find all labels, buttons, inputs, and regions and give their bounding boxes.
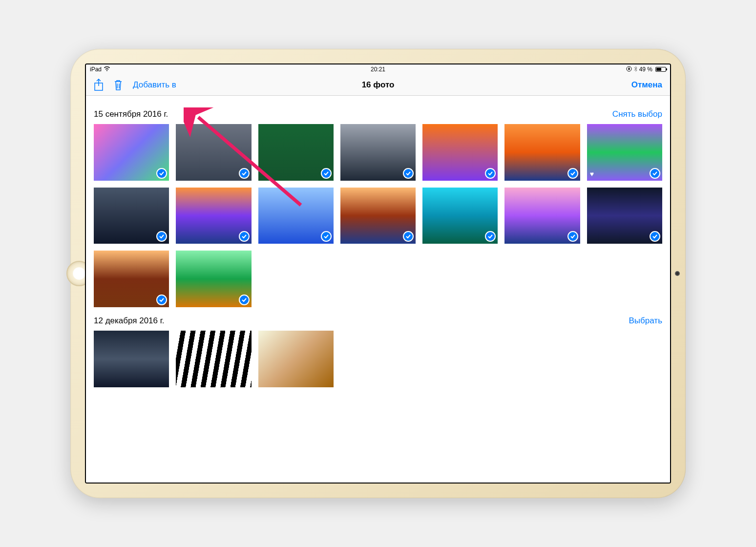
bluetooth-icon [634, 66, 637, 73]
section-header: 12 декабря 2016 г.Выбрать [94, 307, 662, 331]
selected-checkmark-icon [156, 168, 167, 179]
photo-thumbnail[interactable] [176, 331, 251, 387]
selected-checkmark-icon [239, 231, 250, 242]
selected-checkmark-icon [650, 168, 660, 179]
photo-thumbnail[interactable] [587, 188, 662, 244]
photo-thumbnail[interactable] [504, 188, 580, 244]
selected-checkmark-icon [650, 231, 660, 242]
section-header: 15 сентября 2016 г.Снять выбор [94, 101, 662, 124]
photo-thumbnail[interactable] [258, 124, 334, 181]
photo-thumbnail[interactable] [94, 331, 169, 387]
device-label: iPad [90, 66, 102, 73]
selected-checkmark-icon [403, 168, 414, 179]
photo-grid [94, 331, 662, 387]
photo-thumbnail[interactable] [176, 251, 251, 307]
photo-thumbnail[interactable] [176, 124, 251, 181]
select-all-button[interactable]: Выбрать [629, 316, 662, 326]
camera-dot [675, 271, 680, 276]
cancel-button[interactable]: Отмена [631, 80, 662, 90]
photo-thumbnail[interactable] [422, 124, 498, 181]
screen: iPad 20:21 49 % [85, 63, 671, 484]
photo-thumbnail[interactable]: ♥ [587, 124, 662, 181]
photo-thumbnail[interactable] [504, 124, 580, 181]
section-date-title: 12 декабря 2016 г. [94, 316, 165, 326]
battery-percent: 49 % [639, 66, 652, 73]
navigation-bar: Добавить в 16 фото Отмена [86, 74, 670, 96]
photo-thumbnail[interactable] [94, 124, 169, 181]
photo-thumbnail[interactable] [94, 188, 169, 244]
photo-thumbnail[interactable] [340, 188, 416, 244]
section-date-title: 15 сентября 2016 г. [94, 109, 168, 119]
selected-checkmark-icon [239, 295, 250, 305]
status-bar: iPad 20:21 49 % [86, 64, 670, 74]
selected-checkmark-icon [321, 231, 332, 242]
deselect-all-button[interactable]: Снять выбор [612, 109, 662, 119]
photo-thumbnail[interactable] [258, 188, 334, 244]
ipad-device-frame: iPad 20:21 49 % [70, 49, 686, 498]
battery-icon [655, 67, 666, 72]
orientation-lock-icon [626, 66, 632, 73]
selected-checkmark-icon [403, 231, 414, 242]
selected-checkmark-icon [156, 231, 167, 242]
selected-checkmark-icon [321, 168, 332, 179]
add-to-button[interactable]: Добавить в [133, 80, 176, 90]
selected-checkmark-icon [239, 168, 250, 179]
share-icon[interactable] [94, 79, 104, 91]
photo-thumbnail[interactable] [176, 188, 251, 244]
selected-checkmark-icon [567, 168, 578, 179]
photo-grid: ♥ [94, 124, 662, 307]
selection-count-title: 16 фото [362, 80, 395, 90]
selected-checkmark-icon [156, 295, 167, 305]
favorite-heart-icon: ♥ [590, 170, 594, 178]
photo-thumbnail[interactable] [94, 251, 169, 307]
selected-checkmark-icon [485, 168, 496, 179]
selected-checkmark-icon [567, 231, 578, 242]
photo-thumbnail[interactable] [422, 188, 498, 244]
selected-checkmark-icon [485, 231, 496, 242]
wifi-icon [104, 66, 110, 72]
photo-thumbnail[interactable] [258, 331, 334, 387]
photo-thumbnail[interactable] [340, 124, 416, 181]
trash-icon[interactable] [113, 79, 123, 91]
clock: 20:21 [371, 66, 385, 73]
photos-scroll-area[interactable]: 15 сентября 2016 г.Снять выбор♥12 декабр… [86, 96, 670, 483]
